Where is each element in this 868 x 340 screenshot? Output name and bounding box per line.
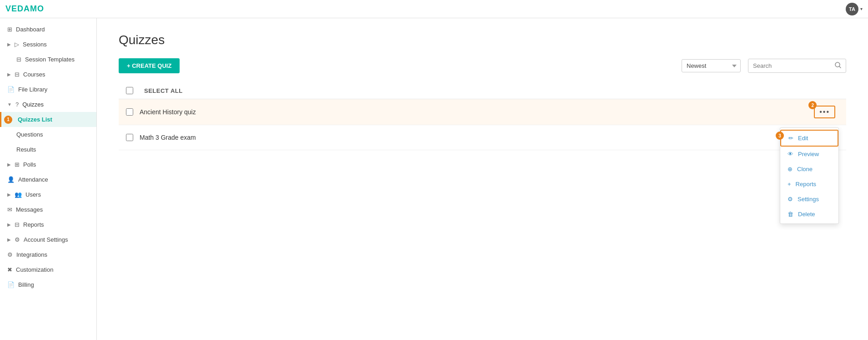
polls-icon: ⊞ <box>15 161 20 168</box>
sessions-icon: ▷ <box>15 41 19 48</box>
quizzes-icon: ? <box>15 101 19 108</box>
sidebar-item-label: Account Settings <box>24 236 68 243</box>
settings-icon: ⚙ <box>788 196 793 203</box>
step-3-badge: 3 <box>776 132 784 140</box>
session-templates-icon: ⊟ <box>16 56 21 63</box>
file-library-icon: 📄 <box>7 86 15 93</box>
dropdown-item-label: Clone <box>797 166 813 173</box>
sidebar-item-dashboard[interactable]: ⊞ Dashboard <box>0 22 96 37</box>
row-actions: 2 ••• 3 ✏ Edit 👁 Preview ⊕ <box>814 106 839 118</box>
sidebar-item-label: Questions <box>16 131 43 138</box>
main-content: Quizzes + CREATE QUIZ Newest Oldest A-Z … <box>97 18 868 340</box>
user-menu[interactable]: TA ▾ <box>846 3 863 15</box>
sidebar-item-label: Integrations <box>16 251 47 258</box>
preview-icon: 👁 <box>788 151 793 157</box>
search-button[interactable] <box>830 59 846 72</box>
list-header: SELECT ALL <box>119 82 846 99</box>
dropdown-item-label: Edit <box>798 135 808 142</box>
sidebar-item-integrations[interactable]: ⚙ Integrations <box>0 247 96 262</box>
svg-line-1 <box>839 66 841 68</box>
sidebar-item-quizzes[interactable]: ▼ ? Quizzes <box>0 97 96 112</box>
sidebar-item-label: Sessions <box>23 41 47 48</box>
reports-icon: ⊟ <box>15 221 20 228</box>
sidebar-item-sessions[interactable]: ▶ ▷ Sessions <box>0 37 96 52</box>
delete-icon: 🗑 <box>788 211 793 218</box>
select-all-button[interactable]: SELECT ALL <box>144 87 183 94</box>
logo: VEDAMO <box>5 4 44 14</box>
dropdown-item-reports[interactable]: + Reports <box>780 177 838 192</box>
dropdown-item-label: Settings <box>798 196 819 203</box>
expand-icon: ▶ <box>7 192 11 197</box>
sidebar-item-reports[interactable]: ▶ ⊟ Reports <box>0 217 96 232</box>
sidebar-item-label: Results <box>16 146 36 153</box>
create-quiz-button[interactable]: + CREATE QUIZ <box>119 58 180 73</box>
dropdown-item-label: Preview <box>798 151 819 157</box>
dropdown-item-clone[interactable]: ⊕ Clone <box>780 162 838 177</box>
sidebar-item-label: Billing <box>18 281 34 288</box>
users-icon: 👥 <box>15 191 22 198</box>
quiz-checkbox[interactable] <box>126 108 133 116</box>
integrations-icon: ⚙ <box>7 251 13 258</box>
expand-icon: ▼ <box>7 102 12 107</box>
sidebar-item-file-library[interactable]: 📄 File Library <box>0 82 96 97</box>
step-1-badge: 1 <box>4 116 12 124</box>
sidebar-item-label: Courses <box>23 71 45 78</box>
quiz-checkbox[interactable] <box>126 134 133 141</box>
clone-icon: ⊕ <box>788 166 793 173</box>
dropdown-item-label: Reports <box>796 181 817 188</box>
sidebar-item-label: Customization <box>16 266 53 273</box>
sidebar-item-label: Reports <box>23 221 44 228</box>
quiz-row: Math 3 Grade exam ••• <box>119 125 846 150</box>
dropdown-item-preview[interactable]: 👁 Preview <box>780 147 838 162</box>
page-title: Quizzes <box>119 33 846 47</box>
sidebar-item-polls[interactable]: ▶ ⊞ Polls <box>0 157 96 172</box>
more-options-button[interactable]: ••• <box>814 106 835 118</box>
sort-select[interactable]: Newest Oldest A-Z Z-A <box>682 59 741 72</box>
chevron-down-icon: ▾ <box>860 6 863 11</box>
dropdown-menu: 3 ✏ Edit 👁 Preview ⊕ Clone + Reports <box>780 127 839 224</box>
sidebar-item-messages[interactable]: ✉ Messages <box>0 202 96 217</box>
customization-icon: ✖ <box>7 266 12 273</box>
quiz-name: Ancient History quiz <box>140 108 814 116</box>
attendance-icon: 👤 <box>7 176 15 183</box>
sidebar-item-account-settings[interactable]: ▶ ⚙ Account Settings <box>0 232 96 247</box>
dropdown-item-settings[interactable]: ⚙ Settings <box>780 192 838 207</box>
sidebar-item-label: Polls <box>23 161 36 168</box>
sidebar-item-users[interactable]: ▶ 👥 Users <box>0 187 96 202</box>
dashboard-icon: ⊞ <box>7 26 12 33</box>
sidebar-item-customization[interactable]: ✖ Customization <box>0 262 96 277</box>
sidebar-item-session-templates[interactable]: ⊟ Session Templates <box>0 52 96 67</box>
avatar[interactable]: TA <box>846 3 858 15</box>
sidebar-item-label: Quizzes List <box>18 116 52 123</box>
search-box <box>748 59 846 73</box>
sidebar-item-courses[interactable]: ▶ ⊟ Courses <box>0 67 96 82</box>
expand-icon: ▶ <box>7 222 11 227</box>
sidebar-item-quizzes-list[interactable]: 1 Quizzes List <box>0 112 96 127</box>
sidebar-item-attendance[interactable]: 👤 Attendance <box>0 172 96 187</box>
expand-icon: ▶ <box>7 237 11 242</box>
quiz-name: Math 3 Grade exam <box>140 134 819 141</box>
top-bar: VEDAMO TA ▾ <box>0 0 868 18</box>
dropdown-item-label: Delete <box>798 211 815 218</box>
messages-icon: ✉ <box>7 206 12 213</box>
sidebar-item-label: Dashboard <box>16 26 45 33</box>
sidebar-item-results[interactable]: Results <box>0 142 96 157</box>
dropdown-item-edit[interactable]: ✏ Edit <box>780 130 838 147</box>
sidebar-item-billing[interactable]: 📄 Billing <box>0 277 96 292</box>
expand-icon: ▶ <box>7 42 11 47</box>
sidebar-item-label: Session Templates <box>25 56 75 63</box>
search-input[interactable] <box>748 60 830 72</box>
sidebar-item-questions[interactable]: Questions <box>0 127 96 142</box>
dropdown-item-delete[interactable]: 🗑 Delete <box>780 207 838 222</box>
edit-icon: ✏ <box>788 135 793 142</box>
sidebar: ⊞ Dashboard ▶ ▷ Sessions ⊟ Session Templ… <box>0 18 97 340</box>
sidebar-item-label: File Library <box>18 86 47 93</box>
courses-icon: ⊟ <box>15 71 20 78</box>
billing-icon: 📄 <box>7 281 15 288</box>
account-settings-icon: ⚙ <box>15 236 20 243</box>
expand-icon: ▶ <box>7 72 11 77</box>
expand-icon: ▶ <box>7 162 11 167</box>
quiz-row: Ancient History quiz 2 ••• 3 ✏ Edit 👁 <box>119 99 846 125</box>
sidebar-item-label: Messages <box>16 206 43 213</box>
select-all-checkbox[interactable] <box>126 87 133 94</box>
